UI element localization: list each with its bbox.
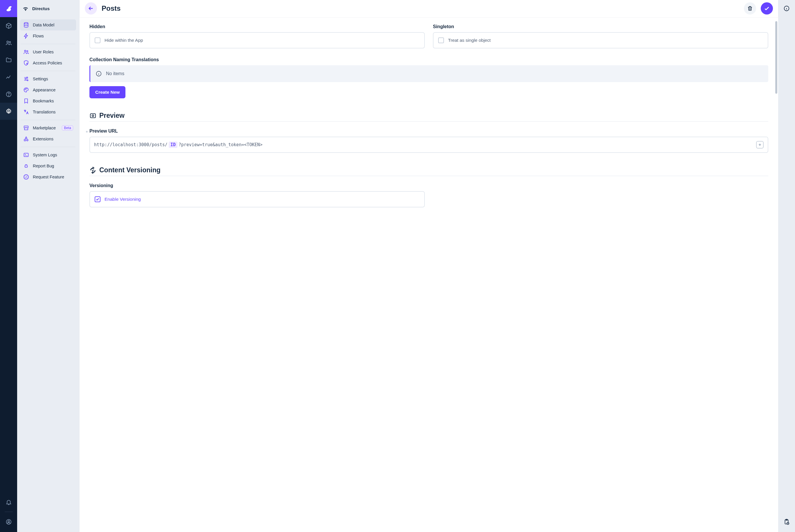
sidebar-item-settings[interactable]: Settings [20, 73, 76, 84]
sidebar-item-appearance[interactable]: Appearance [20, 84, 76, 95]
save-button[interactable] [761, 2, 773, 15]
sidebar-item-user-roles[interactable]: User Roles [20, 46, 76, 57]
module-bar [0, 0, 17, 532]
svg-point-0 [7, 41, 8, 43]
section-preview: Preview [89, 112, 768, 119]
sidebar-item-translations[interactable]: Translations [20, 107, 76, 117]
box-icon [5, 23, 12, 29]
svg-point-1 [9, 41, 11, 43]
right-rail [778, 0, 795, 532]
content-scroll[interactable]: Hidden Hide within the App Singleton Tre… [79, 17, 778, 532]
module-account[interactable] [0, 513, 17, 530]
visibility-icon [89, 112, 96, 119]
back-button[interactable] [85, 2, 97, 15]
field-hidden: Hidden Hide within the App [89, 24, 425, 49]
sidebar-item-marketplace[interactable]: Marketplace Beta [20, 122, 76, 133]
divider [89, 176, 768, 176]
sidebar-item-label: User Roles [33, 50, 54, 54]
url-variable-chip[interactable]: ID [169, 141, 177, 148]
field-label: Versioning [89, 183, 425, 188]
svg-point-15 [25, 89, 26, 89]
folder-icon [5, 57, 12, 63]
bookmark-icon [23, 98, 29, 104]
bolt-icon [23, 33, 29, 39]
module-notifications[interactable] [0, 493, 17, 511]
sidebar-item-system-logs[interactable]: System Logs [20, 149, 76, 160]
sidebar-item-label: Extensions [33, 137, 53, 141]
sidebar-list: Data Model Flows User Roles Access Polic… [17, 17, 79, 185]
sidebar-item-access-policies[interactable]: Access Policies [20, 57, 76, 69]
sidebar-separator [21, 44, 75, 44]
rabbit-icon [5, 5, 13, 13]
database-icon [23, 22, 29, 28]
translate-icon [23, 109, 29, 115]
module-settings[interactable] [0, 103, 17, 120]
sidebar-item-label: Access Policies [33, 61, 62, 65]
sidebar-item-report-bug[interactable]: Report Bug [20, 160, 76, 171]
delete-button[interactable] [744, 2, 756, 15]
field-translations: Collection Naming Translations No items … [89, 57, 768, 98]
svg-rect-19 [24, 153, 29, 157]
sidebar-item-extensions[interactable]: Extensions [20, 133, 76, 145]
info-icon [95, 71, 102, 77]
sidebar-item-bookmarks[interactable]: Bookmarks [20, 95, 76, 107]
translations-empty-notice: No items [89, 65, 768, 82]
svg-point-4 [8, 111, 10, 112]
help-icon [5, 91, 12, 97]
sidebar-item-label: Bookmarks [33, 99, 54, 103]
module-files[interactable] [0, 51, 17, 69]
add-variable-button[interactable] [756, 141, 764, 149]
svg-point-16 [26, 89, 27, 89]
clipboard-clock-icon [783, 519, 790, 525]
people-icon [5, 40, 12, 46]
revisions-panel-button[interactable] [778, 513, 795, 530]
settings-sidebar: Directus Data Model Flows User Roles Acc… [17, 0, 79, 532]
checkbox-label: Hide within the App [105, 38, 143, 43]
sidebar-item-label: Report Bug [33, 164, 54, 168]
checkbox-label: Enable Versioning [105, 197, 141, 202]
info-panel-button[interactable] [778, 0, 795, 17]
page-header: Posts [79, 0, 778, 17]
svg-point-18 [27, 139, 28, 141]
svg-point-7 [24, 23, 28, 24]
svg-point-14 [25, 89, 25, 90]
hidden-checkbox-field[interactable]: Hide within the App [89, 32, 425, 49]
sidebar-item-data-model[interactable]: Data Model [20, 19, 76, 31]
arrow-left-icon [88, 5, 94, 12]
preview-url-input[interactable]: http://localhost:3000/posts/ ID ?preview… [89, 137, 768, 153]
create-new-button[interactable]: Create New [89, 86, 125, 98]
sidebar-item-label: Translations [33, 110, 55, 114]
page-title: Posts [102, 4, 121, 13]
wifi-icon [22, 5, 29, 12]
svg-point-8 [24, 50, 26, 52]
versioning-checkbox-field[interactable]: Enable Versioning [89, 191, 425, 207]
account-icon [5, 519, 12, 525]
scrollbar[interactable] [775, 21, 777, 94]
singleton-checkbox-field[interactable]: Treat as single object [433, 32, 768, 49]
svg-point-3 [8, 95, 9, 95]
checkbox-checked-icon [95, 196, 101, 202]
checkbox-icon [438, 37, 444, 43]
people-icon [23, 49, 29, 55]
field-label: Preview URL [89, 129, 768, 134]
section-title-text: Preview [99, 112, 125, 119]
checkbox-label: Treat as single object [448, 38, 491, 43]
logo[interactable] [0, 0, 17, 17]
module-content[interactable] [0, 17, 17, 34]
module-docs[interactable] [0, 86, 17, 103]
sidebar-item-flows[interactable]: Flows [20, 31, 76, 41]
sidebar-item-request-feature[interactable]: Request Feature [20, 171, 76, 183]
module-users[interactable] [0, 34, 17, 51]
svg-point-6 [8, 520, 10, 522]
palette-icon [23, 87, 29, 93]
field-preview-url: Preview URL http://localhost:3000/posts/… [89, 129, 768, 153]
svg-rect-22 [90, 114, 95, 118]
sidebar-item-label: Data Model [33, 23, 54, 27]
category-icon [23, 136, 29, 142]
module-insights[interactable] [0, 69, 17, 86]
field-label: Hidden [89, 24, 425, 29]
svg-point-10 [26, 63, 28, 64]
storefront-icon [23, 125, 29, 131]
plus-icon [758, 143, 762, 147]
notice-text: No items [106, 71, 124, 76]
